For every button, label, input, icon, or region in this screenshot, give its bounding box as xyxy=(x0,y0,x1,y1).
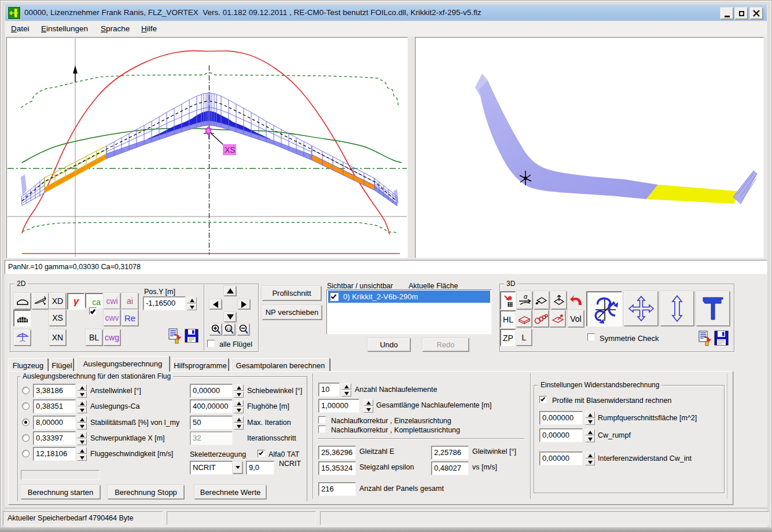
svg-text:XS: XS xyxy=(225,145,236,155)
svg-text:α: α xyxy=(524,293,528,300)
svg-text:1:1: 1:1 xyxy=(226,327,231,331)
